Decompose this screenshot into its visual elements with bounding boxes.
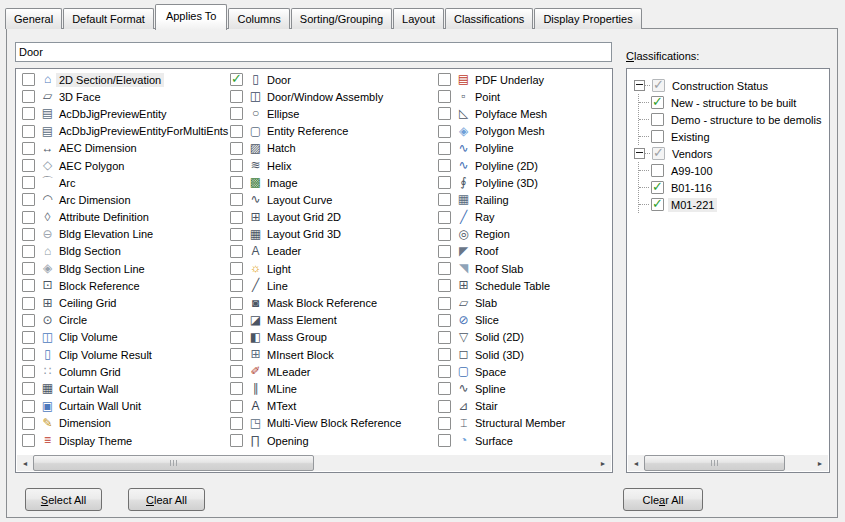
checkbox-dimension[interactable] — [22, 417, 35, 430]
checkbox-curtain-wall[interactable] — [22, 382, 35, 395]
list-item-polygon-mesh[interactable]: ◈Polygon Mesh — [438, 123, 612, 140]
list-item-structural-member[interactable]: ⌶Structural Member — [438, 415, 612, 432]
checkbox-polygon-mesh[interactable] — [438, 125, 451, 138]
checkbox-construction-status[interactable] — [652, 79, 665, 92]
list-item-slice[interactable]: ⊘Slice — [438, 312, 612, 329]
list-item-railing[interactable]: ▦Railing — [438, 191, 612, 208]
list-item-bldg-section[interactable]: ⌂Bldg Section — [22, 243, 224, 260]
list-item-entity-reference[interactable]: ▢Entity Reference — [230, 123, 432, 140]
checkbox-schedule-table[interactable] — [438, 279, 451, 292]
checkbox-railing[interactable] — [438, 193, 451, 206]
checkbox-opening[interactable] — [230, 434, 243, 447]
tab-sorting-grouping[interactable]: Sorting/Grouping — [291, 8, 392, 29]
checkbox-block-reference[interactable] — [22, 279, 35, 292]
checkbox-m01-221[interactable] — [651, 198, 664, 211]
list-item-layout-grid-2d[interactable]: ⊞Layout Grid 2D — [230, 209, 432, 226]
checkbox-curtain-wall-unit[interactable] — [22, 400, 35, 413]
checkbox-arc[interactable] — [22, 176, 35, 189]
checkbox-door-window-assembly[interactable] — [230, 90, 243, 103]
checkbox-polyline-3d[interactable] — [438, 176, 451, 189]
checkbox-spline[interactable] — [438, 382, 451, 395]
list-item-schedule-table[interactable]: ⊞Schedule Table — [438, 277, 612, 294]
tree-node-construction-status[interactable]: Construction Status — [627, 77, 829, 94]
list-item-pdf-underlay[interactable]: ▤PDF Underlay — [438, 71, 612, 88]
checkbox-roof[interactable] — [438, 245, 451, 258]
scroll-left-icon[interactable]: ◄ — [628, 455, 644, 471]
list-item-dimension[interactable]: ✎Dimension — [22, 415, 224, 432]
scrollbar-track[interactable] — [644, 455, 812, 471]
checkbox-bldg-section-line[interactable] — [22, 262, 35, 275]
scrollbar-thumb[interactable] — [644, 455, 785, 471]
checkbox-helix[interactable] — [230, 159, 243, 172]
checkbox-2d-section-elevation[interactable] — [22, 73, 35, 86]
checkbox-polyface-mesh[interactable] — [438, 107, 451, 120]
list-item-mass-group[interactable]: ◧Mass Group — [230, 329, 432, 346]
collapse-toggle-icon[interactable] — [634, 148, 645, 159]
checkbox-region[interactable] — [438, 228, 451, 241]
tab-default-format[interactable]: Default Format — [63, 8, 154, 29]
list-item-2d-section-elevation[interactable]: ⌂2D Section/Elevation — [22, 71, 224, 88]
checkbox-demo-structure-to-be-demolis[interactable] — [651, 113, 664, 126]
list-item-polyline-2d[interactable]: ∿Polyline (2D) — [438, 157, 612, 174]
list-item-attribute-definition[interactable]: ◊Attribute Definition — [22, 209, 224, 226]
list-item-light[interactable]: ☼Light — [230, 260, 432, 277]
checkbox-minsert-block[interactable] — [230, 348, 243, 361]
list-item-polyline[interactable]: ∿Polyline — [438, 140, 612, 157]
checkbox-bldg-elevation-line[interactable] — [22, 228, 35, 241]
checkbox-mtext[interactable] — [230, 400, 243, 413]
list-item-door[interactable]: ▯Door — [230, 71, 432, 88]
checkbox-pdf-underlay[interactable] — [438, 73, 451, 86]
list-item-multi-view-block-reference[interactable]: ◳Multi-View Block Reference — [230, 415, 432, 432]
checkbox-slab[interactable] — [438, 297, 451, 310]
scroll-right-icon[interactable]: ► — [812, 455, 828, 471]
checkbox-layout-grid-2d[interactable] — [230, 211, 243, 224]
classifications-hscrollbar[interactable]: ◄ ► — [628, 455, 828, 471]
checkbox-mleader[interactable] — [230, 365, 243, 378]
list-item-acdbjigpreviewentityformultients[interactable]: ▤AcDbJigPreviewEntityForMultiEnts — [22, 123, 224, 140]
tree-node-m01-221[interactable]: M01-221 — [639, 196, 829, 213]
checkbox-layout-grid-3d[interactable] — [230, 228, 243, 241]
list-item-bldg-section-line[interactable]: ◈Bldg Section Line — [22, 260, 224, 277]
checkbox-ellipse[interactable] — [230, 107, 243, 120]
filter-input[interactable] — [15, 42, 612, 62]
checkbox-solid-2d[interactable] — [438, 331, 451, 344]
checkbox-vendors[interactable] — [652, 147, 665, 160]
checkbox-new-structure-to-be-built[interactable] — [651, 96, 664, 109]
checkbox-3d-face[interactable] — [22, 90, 35, 103]
classifications-clear-all-button[interactable]: Clear All — [623, 488, 703, 511]
list-item-arc-dimension[interactable]: ◠Arc Dimension — [22, 191, 224, 208]
scroll-right-icon[interactable]: ► — [595, 455, 611, 471]
checkbox-clip-volume-result[interactable] — [22, 348, 35, 361]
checkbox-aec-polygon[interactable] — [22, 159, 35, 172]
list-item-spline[interactable]: ∿Spline — [438, 380, 612, 397]
list-item-layout-curve[interactable]: ∿Layout Curve — [230, 191, 432, 208]
list-item-point[interactable]: ▫Point — [438, 88, 612, 105]
tree-node-demo-structure-to-be-demolis[interactable]: Demo - structure to be demolis — [639, 111, 829, 128]
checkbox-display-theme[interactable] — [22, 434, 35, 447]
list-item-aec-polygon[interactable]: ◇AEC Polygon — [22, 157, 224, 174]
list-item-clip-volume[interactable]: ◫Clip Volume — [22, 329, 224, 346]
checkbox-column-grid[interactable] — [22, 365, 35, 378]
list-item-display-theme[interactable]: ≡Display Theme — [22, 432, 224, 449]
checkbox-hatch[interactable] — [230, 142, 243, 155]
checkbox-b01-116[interactable] — [651, 181, 664, 194]
list-item-surface[interactable]: ◔Surface — [438, 432, 612, 449]
tab-columns[interactable]: Columns — [228, 8, 289, 29]
checkbox-clip-volume[interactable] — [22, 331, 35, 344]
checkbox-mass-group[interactable] — [230, 331, 243, 344]
checkbox-ceiling-grid[interactable] — [22, 297, 35, 310]
scrollbar-thumb[interactable] — [33, 455, 314, 471]
list-item-solid-3d[interactable]: ◻Solid (3D) — [438, 346, 612, 363]
list-item-stair[interactable]: ⊿Stair — [438, 398, 612, 415]
checkbox-layout-curve[interactable] — [230, 193, 243, 206]
checkbox-leader[interactable] — [230, 245, 243, 258]
checkbox-door[interactable] — [230, 73, 243, 86]
list-item-mask-block-reference[interactable]: ◙Mask Block Reference — [230, 294, 432, 311]
list-item-mtext[interactable]: AMText — [230, 398, 432, 415]
list-item-mass-element[interactable]: ◪Mass Element — [230, 312, 432, 329]
tab-display-properties[interactable]: Display Properties — [534, 8, 641, 29]
checkbox-solid-3d[interactable] — [438, 348, 451, 361]
list-item-column-grid[interactable]: ∷Column Grid — [22, 363, 224, 380]
list-item-polyline-3d[interactable]: ∮Polyline (3D) — [438, 174, 612, 191]
list-item-block-reference[interactable]: ⊡Block Reference — [22, 277, 224, 294]
